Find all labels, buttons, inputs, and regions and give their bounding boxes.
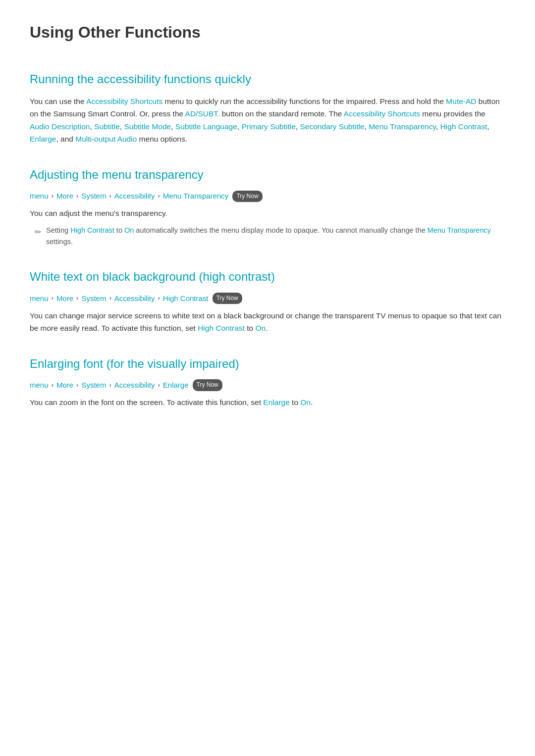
breadcrumb-item[interactable]: More xyxy=(56,379,73,391)
pencil-icon: ✏ xyxy=(35,226,41,239)
breadcrumb-item[interactable]: System xyxy=(81,190,106,202)
try-now-badge[interactable]: Try Now xyxy=(232,191,262,202)
inline-link[interactable]: Mute-AD xyxy=(446,97,476,105)
section-title-enlarging-font: Enlarging font (for the visually impaire… xyxy=(30,354,505,373)
inline-link[interactable]: Subtitle Language xyxy=(175,122,237,131)
body-paragraph: You can zoom in the font on the screen. … xyxy=(30,396,505,409)
breadcrumb-separator: › xyxy=(52,191,54,202)
try-now-badge[interactable]: Try Now xyxy=(213,293,242,304)
breadcrumb-separator: › xyxy=(52,380,54,391)
breadcrumb-item[interactable]: Accessibility xyxy=(114,379,155,391)
breadcrumb-item[interactable]: More xyxy=(56,190,73,202)
breadcrumb-item[interactable]: High Contrast xyxy=(163,293,209,304)
inline-link[interactable]: Multi-output Audio xyxy=(75,135,137,143)
breadcrumb-item[interactable]: More xyxy=(56,293,73,304)
inline-link[interactable]: Enlarge xyxy=(30,135,56,143)
section-enlarging-font: Enlarging font (for the visually impaire… xyxy=(30,354,505,409)
breadcrumb-item[interactable]: menu xyxy=(30,293,49,304)
note-text: Setting High Contrast to On automaticall… xyxy=(46,225,505,248)
inline-link[interactable]: Accessibility Shortcuts xyxy=(86,97,162,105)
breadcrumb-separator: › xyxy=(109,380,111,391)
breadcrumb-item[interactable]: Accessibility xyxy=(114,190,155,202)
inline-link[interactable]: Enlarge xyxy=(263,398,289,406)
breadcrumb-separator: › xyxy=(158,380,160,391)
breadcrumb-separator: › xyxy=(158,293,160,303)
inline-link[interactable]: Audio Description xyxy=(30,122,90,131)
section-title-adjusting-transparency: Adjusting the menu transparency xyxy=(30,165,505,184)
inline-link[interactable]: Subtitle Mode xyxy=(124,122,171,131)
breadcrumb-separator: › xyxy=(109,191,111,202)
breadcrumb-item[interactable]: Menu Transparency xyxy=(163,190,229,202)
breadcrumb-item[interactable]: Accessibility xyxy=(114,293,155,304)
section-adjusting-transparency: Adjusting the menu transparencymenu›More… xyxy=(30,165,505,248)
inline-link[interactable]: Secondary Subtitle xyxy=(300,122,364,131)
breadcrumb-enlarging-font: menu›More›System›Accessibility›EnlargeTr… xyxy=(30,379,505,391)
breadcrumb-separator: › xyxy=(76,380,78,391)
page-title: Using Other Functions xyxy=(30,20,505,50)
breadcrumb-separator: › xyxy=(76,191,78,202)
breadcrumb-separator: › xyxy=(158,191,160,202)
inline-link[interactable]: On xyxy=(300,398,311,406)
note-block: ✏Setting High Contrast to On automatical… xyxy=(30,225,505,248)
try-now-badge[interactable]: Try Now xyxy=(193,379,222,391)
inline-link[interactable]: Primary Subtitle xyxy=(241,122,295,131)
breadcrumb-item[interactable]: menu xyxy=(30,190,49,202)
breadcrumb-item[interactable]: System xyxy=(81,293,106,304)
body-paragraph: You can use the Accessibility Shortcuts … xyxy=(30,95,505,146)
body-paragraph: You can change major service screens to … xyxy=(30,309,505,335)
body-paragraph: You can adjust the menu's transparency. xyxy=(30,207,505,220)
breadcrumb-separator: › xyxy=(76,293,78,303)
inline-link[interactable]: High Contrast xyxy=(198,324,245,332)
note-inline-link[interactable]: Menu Transparency xyxy=(428,226,491,234)
section-title-white-text-black-bg: White text on black background (high con… xyxy=(30,267,505,286)
breadcrumb-white-text-black-bg: menu›More›System›Accessibility›High Cont… xyxy=(30,293,505,304)
inline-link[interactable]: High Contrast xyxy=(440,122,487,131)
inline-link[interactable]: Subtitle xyxy=(94,122,120,131)
breadcrumb-item[interactable]: Enlarge xyxy=(163,379,189,391)
breadcrumb-separator: › xyxy=(52,293,54,303)
inline-link[interactable]: Accessibility Shortcuts xyxy=(344,109,420,118)
section-white-text-black-bg: White text on black background (high con… xyxy=(30,267,505,335)
section-running-accessibility: Running the accessibility functions quic… xyxy=(30,70,505,146)
inline-link[interactable]: On xyxy=(255,324,266,332)
note-inline-link[interactable]: On xyxy=(124,226,134,234)
breadcrumb-item[interactable]: menu xyxy=(30,379,49,391)
note-inline-link[interactable]: High Contrast xyxy=(70,226,114,234)
section-title-running-accessibility: Running the accessibility functions quic… xyxy=(30,70,505,89)
inline-link[interactable]: AD/SUBT. xyxy=(185,109,220,118)
breadcrumb-separator: › xyxy=(109,293,111,303)
breadcrumb-item[interactable]: System xyxy=(81,379,106,391)
inline-link[interactable]: Menu Transparency xyxy=(369,122,436,131)
breadcrumb-adjusting-transparency: menu›More›System›Accessibility›Menu Tran… xyxy=(30,190,505,202)
